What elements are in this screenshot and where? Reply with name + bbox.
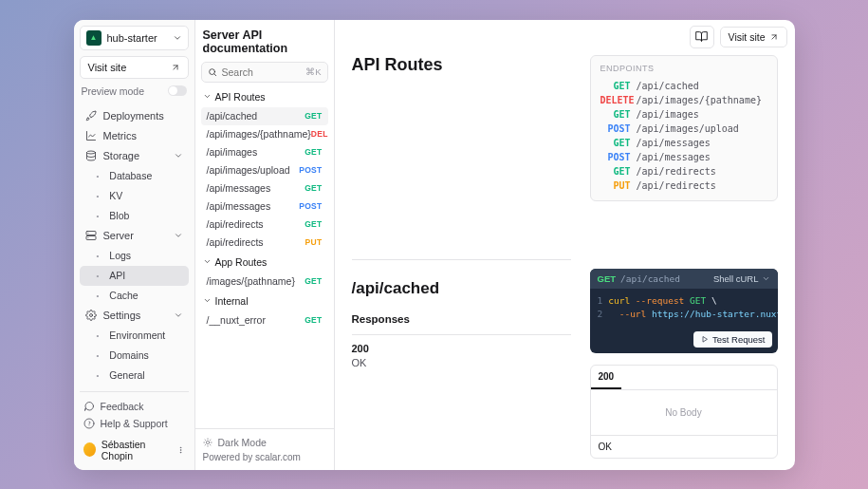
svg-point-3 [89,314,92,317]
route-group[interactable]: API Routes [201,86,328,107]
nav-sub-environment[interactable]: Environment [80,326,189,346]
routes-panel: Server API documentation ⌘K API Routes/a… [195,20,335,470]
project-selector[interactable]: ▲ hub-starter [80,26,189,50]
main-header: Visit site [335,20,795,55]
nav-sub-kv[interactable]: KV [80,186,189,206]
svg-point-9 [206,441,209,443]
dark-mode-toggle[interactable]: Dark Mode [203,437,326,452]
endpoint-row[interactable]: GET/api/images [600,107,767,122]
nav-sub-logs[interactable]: Logs [80,246,189,266]
endpoint-row[interactable]: POST/api/messages [600,150,767,164]
code-path: /api/cached [620,273,680,284]
endpoints-card: ENDPOINTS GET/api/cachedDELETE/api/image… [590,55,778,201]
route-item[interactable]: /api/redirectsGET [201,216,328,234]
powered-by: Powered by scalar.com [203,452,326,462]
route-item[interactable]: /api/images/{pathname}DEL [201,125,328,143]
nav-sub-general[interactable]: General [80,366,189,386]
response-status: OK [591,435,777,458]
panel-title: Server API documentation [195,20,334,62]
sidebar-footer: Feedback Help & Support Sébastien Chopin [80,391,189,464]
chevron-down-icon [203,257,212,266]
chevron-down-icon [174,151,183,160]
response-card: 200 No Body OK [590,365,778,459]
nav-sub-database[interactable]: Database [80,166,189,186]
route-item[interactable]: /api/images/uploadPOST [201,161,328,179]
code-card: GET /api/cached Shell cURL 1curl --reque… [590,269,778,353]
nav-item-deployments[interactable]: Deployments [80,106,189,126]
endpoint-row[interactable]: PUT/api/redirects [600,179,767,193]
route-item[interactable]: /images/{pathname}GET [201,273,328,291]
dots-icon [176,445,185,455]
route-item[interactable]: /api/redirectsPUT [201,234,328,252]
route-group[interactable]: Internal [201,291,328,311]
route-item[interactable]: /__nuxt_errorGET [201,311,328,329]
page-title: API Routes [352,55,571,75]
help-link[interactable]: Help & Support [80,415,189,432]
search-kbd: ⌘K [305,66,321,77]
route-item[interactable]: /api/imagesGET [201,143,328,161]
svg-point-8 [209,68,214,74]
responses-heading: Responses [352,313,571,325]
chevron-down-icon [203,296,212,305]
endpoint-row[interactable]: POST/api/images/upload [600,122,767,136]
avatar [83,442,96,457]
preview-toggle[interactable] [168,85,187,96]
database-icon [85,150,97,161]
chevron-down-icon [203,92,212,101]
sidebar: ▲ hub-starter Visit site Preview mode De… [74,20,195,470]
endpoint-row[interactable]: GET/api/cached [600,79,767,93]
response-block: 200 OK [352,334,571,368]
server-icon [85,230,97,241]
book-icon [695,30,708,43]
external-link-icon [171,63,180,72]
svg-point-5 [180,447,181,448]
nav-sub-domains[interactable]: Domains [80,346,189,366]
response-text: OK [352,357,571,368]
play-icon [700,335,709,344]
nav-item-metrics[interactable]: Metrics [80,126,189,146]
project-icon: ▲ [86,30,102,46]
code-method: GET [598,273,617,284]
visit-site-header[interactable]: Visit site [720,27,787,47]
chevron-down-icon [174,231,183,240]
svg-rect-2 [86,236,96,240]
route-item[interactable]: /api/messagesPOST [201,197,328,216]
preview-mode-row: Preview mode [80,85,189,97]
user-menu[interactable]: Sébastien Chopin [80,436,189,464]
endpoint-row[interactable]: GET/api/redirects [600,164,767,179]
chart-icon [85,130,97,141]
nav-item-settings[interactable]: Settings [80,306,189,326]
search-box[interactable]: ⌘K [201,62,328,83]
nav-item-storage[interactable]: Storage [80,146,189,166]
endpoint-row[interactable]: GET/api/messages [600,136,767,150]
endpoint-row[interactable]: DELETE/api/images/{pathname} [600,93,767,107]
search-input[interactable] [222,66,302,78]
response-tab[interactable]: 200 [591,366,622,389]
feedback-link[interactable]: Feedback [80,398,189,415]
nav-item-server[interactable]: Server [80,226,189,246]
nav-sub-api[interactable]: API [80,266,189,286]
chevron-down-icon [174,310,183,320]
svg-point-6 [180,449,181,450]
chat-icon [83,401,95,412]
route-detail-title: /api/cached [352,279,571,298]
route-item[interactable]: /api/cachedGET [201,107,328,125]
nav-sub-cache[interactable]: Cache [80,286,189,306]
shell-select[interactable]: Shell cURL [713,273,770,284]
external-link-icon [769,32,779,42]
search-icon [208,67,217,77]
gear-icon [85,310,97,321]
nav: DeploymentsMetricsStorageDatabaseKVBlobS… [80,106,189,387]
route-item[interactable]: /api/messagesGET [201,179,328,197]
svg-point-0 [86,151,95,154]
rocket-icon [85,110,97,122]
panel-footer: Dark Mode Powered by scalar.com [195,428,334,470]
nav-sub-blob[interactable]: Blob [80,206,189,226]
docs-button[interactable] [690,26,714,48]
test-request-button[interactable]: Test Request [693,331,771,348]
visit-site-button[interactable]: Visit site [80,56,189,79]
response-code: 200 [352,343,571,354]
main: Visit site API Routes /api/cached Respon… [335,20,795,470]
response-body: No Body [591,389,777,435]
route-group[interactable]: App Routes [201,252,328,273]
